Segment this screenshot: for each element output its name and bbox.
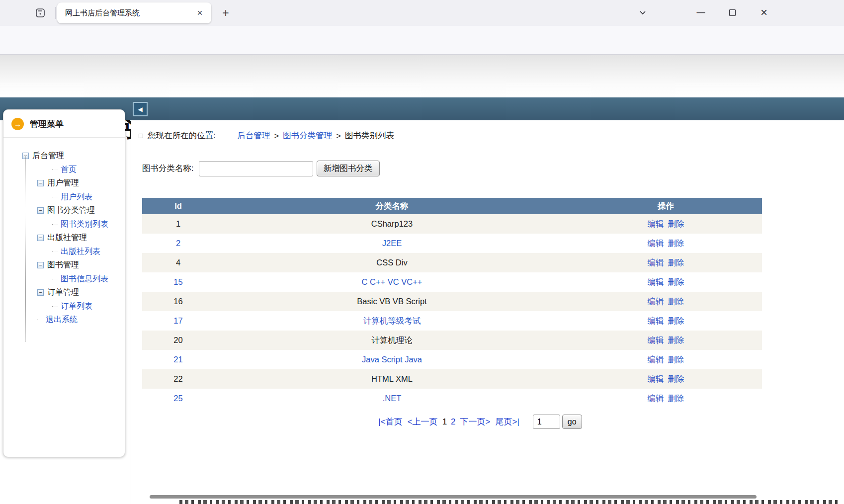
breadcrumb-link-category-mgmt[interactable]: 图书分类管理 [283,130,332,141]
go-button[interactable]: go [562,415,582,429]
goto-page-input[interactable] [533,415,560,429]
tab-separator [55,7,56,19]
main-content: 您现在所在的位置: 后台管理 > 图书分类管理 > 图书类别列表 图书分类名称:… [131,120,844,504]
tree-leaf-category-list[interactable]: 图书类别列表 [3,218,125,232]
tree-collapse-icon[interactable]: − [37,262,44,268]
category-name-label: 图书分类名称: [142,163,194,174]
edit-link[interactable]: 编辑 [648,297,664,306]
prev-page-link[interactable]: <上一页 [408,416,438,427]
firefox-view-icon[interactable] [32,5,49,20]
table-row: 15 C C++ VC VC++ 编辑删除 [142,272,762,292]
top-teal-bar [0,97,844,120]
delete-link[interactable]: 删除 [668,239,684,248]
edit-link[interactable]: 编辑 [648,316,664,325]
edit-link[interactable]: 编辑 [648,336,664,344]
cell-name: CSS Div [214,253,570,272]
page-2-link[interactable]: 2 [451,417,455,427]
cell-name: Java Script Java [214,350,570,369]
tree-node-book-mgmt[interactable]: − 图书管理 [3,258,125,272]
site-header: S 网上书店 后台管理系统 欢迎您: IP: [0,55,844,97]
tree-node-order-mgmt[interactable]: − 订单管理 [3,286,125,300]
minimize-button[interactable]: — [691,4,710,21]
tree-collapse-icon[interactable]: − [37,207,44,214]
tab-list-chevron-icon[interactable] [633,4,652,21]
tree-leaf-dash [52,279,58,279]
sidebar-collapse-button[interactable]: ◀ [133,102,148,116]
table-header-row: Id 分类名称 操作 [142,198,762,214]
delete-link[interactable]: 删除 [668,277,684,286]
tab-title: 网上书店后台管理系统 [65,8,193,18]
tree-node-category-mgmt[interactable]: − 图书分类管理 [3,204,125,218]
delete-link[interactable]: 删除 [668,336,684,344]
tab-close-icon[interactable]: × [193,6,206,19]
table-row: 22 HTML XML 编辑删除 [142,369,762,389]
cell-id: 16 [142,292,214,311]
tree-node-user-mgmt[interactable]: − 用户管理 [3,176,125,190]
delete-link[interactable]: 删除 [668,297,684,306]
tree-node-publisher-mgmt[interactable]: − 出版社管理 [3,231,125,245]
delete-link[interactable]: 删除 [668,219,684,228]
breadcrumb-current: 图书类别列表 [345,130,394,141]
cell-name: C C++ VC VC++ [214,272,570,292]
category-name-input[interactable] [199,161,313,176]
tree-leaf-user-list[interactable]: 用户列表 [3,190,125,204]
table-row: 1 CSharp123 编辑删除 [142,214,762,234]
edit-link[interactable]: 编辑 [648,355,664,364]
last-page-link[interactable]: 尾页>| [496,416,519,427]
tree-node-admin[interactable]: − 后台管理 [3,149,125,163]
delete-link[interactable]: 删除 [668,355,684,364]
edit-link[interactable]: 编辑 [648,394,664,403]
tree-leaf-dash [52,252,58,252]
tree-leaf-logout[interactable]: 退出系统 [3,313,125,327]
tree-leaf-publisher-list[interactable]: 出版社列表 [3,245,125,259]
cell-id: 1 [142,214,214,234]
cell-id: 22 [142,369,214,389]
edit-link[interactable]: 编辑 [648,219,664,228]
tree-leaf-dash [37,320,43,320]
tree-leaf-dash [52,224,58,225]
category-table: Id 分类名称 操作 1 CSharp123 编辑删除 2 J2EE 编辑删除 … [142,198,762,408]
close-window-button[interactable]: × [755,4,773,21]
sidebar-header: → 管理菜单 [3,110,125,130]
table-row: 17 计算机等级考试 编辑删除 [142,311,762,331]
tree-leaf-book-list[interactable]: 图书信息列表 [3,272,125,286]
add-category-form: 图书分类名称: 新增图书分类 [142,161,380,176]
edit-link[interactable]: 编辑 [648,239,664,248]
cell-name: CSharp123 [214,214,570,234]
table-row: 4 CSS Div 编辑删除 [142,253,762,272]
browser-window: 网上书店后台管理系统 × + — × ← → ↻ ⌂ loc [0,0,844,504]
edit-link[interactable]: 编辑 [648,277,664,286]
tree-collapse-icon[interactable]: − [37,289,44,296]
add-category-button[interactable]: 新增图书分类 [317,161,380,176]
header-name: 分类名称 [214,198,570,214]
tree-leaf-dash [52,197,58,197]
new-tab-button[interactable]: + [218,5,234,20]
edit-link[interactable]: 编辑 [648,374,664,383]
first-page-link[interactable]: |<首页 [378,416,402,427]
delete-link[interactable]: 删除 [668,316,684,325]
maximize-button[interactable] [723,4,742,21]
cell-name: .NET [214,389,570,408]
delete-link[interactable]: 删除 [668,374,684,383]
breadcrumb-link-admin[interactable]: 后台管理 [238,130,270,141]
edit-link[interactable]: 编辑 [648,258,664,267]
breadcrumb-separator: > [274,131,279,141]
delete-link[interactable]: 删除 [668,258,684,267]
admin-tree-menu: − 后台管理 首页 − 用户管理 用户列表 − 图书分类管理 图书类别列表 [3,138,125,327]
horizontal-scrollbar[interactable] [150,495,757,499]
tree-collapse-icon[interactable]: − [37,180,44,186]
tree-leaf-home[interactable]: 首页 [3,163,125,177]
cell-id: 15 [142,272,214,292]
delete-link[interactable]: 删除 [668,394,684,403]
tree-collapse-icon[interactable]: − [37,235,44,241]
active-tab[interactable]: 网上书店后台管理系统 × [57,2,211,23]
cell-name: HTML XML [214,369,570,389]
tree-leaf-order-list[interactable]: 订单列表 [3,300,125,314]
breadcrumb-separator: > [336,131,341,141]
sidebar-title: 管理菜单 [30,118,64,130]
table-row: 20 计算机理论 编辑删除 [142,331,762,350]
breadcrumb-label: 您现在所在的位置: [148,130,216,141]
sidebar-panel: → 管理菜单 − 后台管理 首页 − 用户管理 用户列表 − [3,109,125,457]
next-page-link[interactable]: 下一页> [460,416,491,427]
current-page: 1 [442,417,447,427]
